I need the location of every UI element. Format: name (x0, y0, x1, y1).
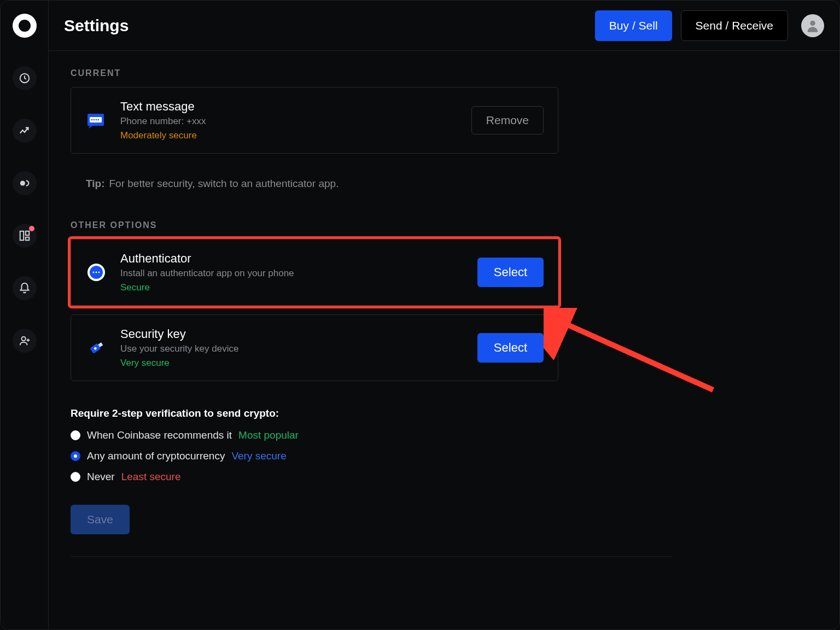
security-key-select-button[interactable]: Select (477, 333, 544, 363)
radio-tag: Very secure (231, 450, 286, 462)
current-method-title: Text message (120, 100, 471, 114)
radio-label: Never (87, 471, 115, 483)
page-title: Settings (64, 16, 595, 35)
remove-button[interactable]: Remove (471, 106, 544, 135)
svg-point-1 (20, 180, 25, 185)
radio-tag: Most popular (238, 429, 299, 441)
authenticator-select-button[interactable]: Select (477, 258, 544, 287)
save-button[interactable]: Save (71, 505, 130, 534)
tip-label: Tip: (86, 178, 104, 190)
svg-rect-3 (25, 231, 28, 235)
authenticator-card: Authenticator Install an authenticator a… (71, 239, 558, 306)
svg-point-17 (98, 272, 100, 273)
dashboard-icon[interactable] (13, 224, 37, 248)
notifications-icon[interactable] (13, 276, 37, 300)
svg-point-16 (96, 272, 97, 273)
security-key-card: Security key Use your security key devic… (71, 314, 558, 381)
authenticator-tag: Secure (120, 282, 477, 293)
sms-icon (85, 109, 107, 131)
radio-icon (71, 430, 80, 440)
svg-rect-4 (25, 237, 28, 241)
send-receive-button[interactable]: Send / Receive (681, 10, 788, 41)
notification-dot-icon (29, 226, 34, 231)
logo-icon[interactable] (13, 14, 37, 38)
explore-icon[interactable] (13, 171, 37, 195)
radio-tag: Least secure (121, 471, 181, 483)
security-key-tag: Very secure (120, 358, 477, 369)
topbar: Settings Buy / Sell Send / Receive (49, 1, 839, 51)
radio-label: Any amount of cryptocurrency (87, 450, 225, 462)
svg-point-15 (93, 272, 95, 273)
trending-icon[interactable] (13, 119, 37, 143)
content-area: CURRENT Text message Phone number: +xxx … (49, 51, 839, 574)
tip-row: Tip: For better security, switch to an a… (86, 178, 818, 190)
authenticator-icon (85, 261, 107, 283)
radio-label: When Coinbase recommends it (87, 429, 232, 441)
svg-point-12 (98, 119, 100, 121)
other-options-label: OTHER OPTIONS (71, 220, 818, 230)
home-icon[interactable] (13, 66, 37, 90)
security-key-sub: Use your security key device (120, 343, 477, 354)
svg-point-11 (96, 119, 97, 121)
security-key-icon (85, 337, 107, 359)
require-title: Require 2-step verification to send cryp… (71, 407, 818, 419)
radio-any-amount[interactable]: Any amount of cryptocurrency Very secure (71, 450, 818, 462)
buy-sell-button[interactable]: Buy / Sell (595, 10, 672, 41)
svg-point-9 (91, 119, 93, 121)
security-key-title: Security key (120, 327, 477, 341)
radio-icon (71, 472, 80, 482)
sidebar (1, 1, 49, 629)
current-method-card: Text message Phone number: +xxx Moderate… (71, 87, 558, 154)
current-section-label: CURRENT (71, 68, 818, 78)
radio-recommended[interactable]: When Coinbase recommends it Most popular (71, 429, 818, 441)
svg-point-6 (810, 20, 815, 25)
divider (71, 556, 672, 557)
radio-never[interactable]: Never Least secure (71, 471, 818, 483)
radio-icon (71, 451, 80, 461)
avatar[interactable] (801, 14, 824, 37)
svg-rect-2 (20, 231, 23, 241)
current-method-sub: Phone number: +xxx (120, 116, 471, 127)
authenticator-title: Authenticator (120, 252, 477, 266)
current-method-tag: Moderately secure (120, 130, 471, 141)
svg-point-5 (21, 337, 25, 341)
authenticator-sub: Install an authenticator app on your pho… (120, 268, 477, 279)
invite-icon[interactable] (13, 329, 37, 353)
svg-point-10 (94, 119, 95, 121)
tip-text: For better security, switch to an authen… (109, 178, 339, 190)
